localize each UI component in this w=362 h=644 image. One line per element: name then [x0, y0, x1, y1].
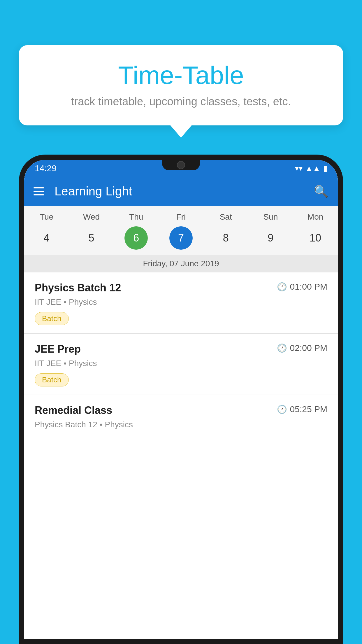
day-header-wed: Wed	[75, 212, 108, 222]
phone-notch	[162, 160, 200, 170]
wifi-icon: ▾▾	[295, 164, 303, 173]
schedule-item-3-time: 🕐 05:25 PM	[277, 404, 327, 414]
schedule-item-2[interactable]: JEE Prep 🕐 02:00 PM IIT JEE•Physics Batc…	[24, 334, 338, 395]
day-6-today[interactable]: 6	[124, 226, 148, 250]
selected-date-label: Friday, 07 June 2019	[24, 255, 338, 272]
schedule-item-3[interactable]: Remedial Class 🕐 05:25 PM Physics Batch …	[24, 395, 338, 443]
phone-screen-inner: 14:29 ▾▾ ▲▲ ▮ Learning Light 🔍	[24, 160, 338, 639]
app-bar: Learning Light 🔍	[24, 177, 338, 206]
schedule-item-2-badge: Batch	[35, 373, 69, 386]
day-4[interactable]: 4	[35, 226, 58, 250]
signal-icon: ▲▲	[305, 164, 320, 173]
search-icon[interactable]: 🔍	[314, 185, 328, 198]
day-header-thu: Thu	[120, 212, 152, 222]
hamburger-menu-icon[interactable]	[34, 187, 44, 195]
schedule-item-3-header: Remedial Class 🕐 05:25 PM	[35, 404, 327, 416]
dot-3: •	[100, 420, 103, 429]
schedule-item-3-time-text: 05:25 PM	[290, 404, 327, 414]
day-header-mon: Mon	[299, 212, 331, 222]
schedule-item-1[interactable]: Physics Batch 12 🕐 01:00 PM IIT JEE•Phys…	[24, 272, 338, 334]
schedule-item-1-time-text: 01:00 PM	[290, 282, 327, 292]
phone-screen: 14:29 ▾▾ ▲▲ ▮ Learning Light 🔍	[24, 160, 338, 639]
phone-container: 14:29 ▾▾ ▲▲ ▮ Learning Light 🔍	[19, 155, 343, 644]
dot-1: •	[64, 298, 66, 307]
day-header-fri: Fri	[165, 212, 197, 222]
schedule-item-1-subtitle: IIT JEE•Physics	[35, 298, 327, 307]
day-header-tue: Tue	[31, 212, 63, 222]
phone-outer: 14:29 ▾▾ ▲▲ ▮ Learning Light 🔍	[19, 155, 343, 644]
schedule-item-2-subtitle: IIT JEE•Physics	[35, 359, 327, 368]
schedule-item-2-title: JEE Prep	[35, 343, 81, 355]
app-title: Learning Light	[55, 184, 306, 198]
dot-2: •	[64, 359, 66, 368]
schedule-item-2-time-text: 02:00 PM	[290, 343, 327, 353]
calendar-strip: Tue Wed Thu Fri Sat Sun Mon 4 5 6 7 8	[24, 206, 338, 272]
tooltip-title: Time-Table	[36, 61, 326, 90]
schedule-item-3-title: Remedial Class	[35, 404, 112, 416]
day-9[interactable]: 9	[259, 226, 282, 250]
schedule-item-1-title: Physics Batch 12	[35, 282, 121, 294]
day-numbers: 4 5 6 7 8 9 10	[24, 224, 338, 255]
day-5[interactable]: 5	[80, 226, 103, 250]
schedule-list: Physics Batch 12 🕐 01:00 PM IIT JEE•Phys…	[24, 272, 338, 443]
battery-icon: ▮	[323, 164, 327, 173]
status-icons: ▾▾ ▲▲ ▮	[295, 164, 327, 173]
day-header-sun: Sun	[254, 212, 287, 222]
day-header-sat: Sat	[210, 212, 242, 222]
schedule-item-1-badge: Batch	[35, 312, 69, 325]
day-7-selected[interactable]: 7	[169, 226, 193, 250]
phone-camera	[177, 161, 185, 169]
schedule-item-2-header: JEE Prep 🕐 02:00 PM	[35, 343, 327, 355]
status-time: 14:29	[35, 163, 57, 173]
tooltip-subtitle: track timetable, upcoming classes, tests…	[36, 95, 326, 108]
clock-icon-1: 🕐	[277, 282, 287, 292]
tooltip-card: Time-Table track timetable, upcoming cla…	[19, 45, 343, 125]
day-8[interactable]: 8	[214, 226, 238, 250]
schedule-item-2-time: 🕐 02:00 PM	[277, 343, 327, 353]
schedule-item-3-subtitle: Physics Batch 12•Physics	[35, 420, 327, 429]
clock-icon-2: 🕐	[277, 343, 287, 353]
day-10[interactable]: 10	[304, 226, 327, 250]
schedule-item-1-header: Physics Batch 12 🕐 01:00 PM	[35, 282, 327, 294]
day-headers: Tue Wed Thu Fri Sat Sun Mon	[24, 206, 338, 224]
clock-icon-3: 🕐	[277, 405, 287, 414]
schedule-item-1-time: 🕐 01:00 PM	[277, 282, 327, 292]
